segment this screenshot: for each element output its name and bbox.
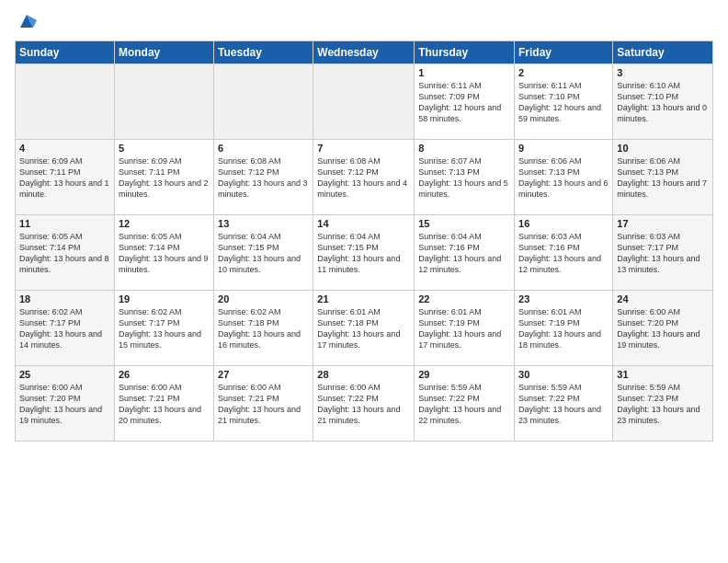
- day-number: 22: [418, 293, 510, 304]
- day-number: 10: [617, 143, 709, 154]
- calendar-day-header: Saturday: [613, 41, 713, 64]
- calendar-header-row: SundayMondayTuesdayWednesdayThursdayFrid…: [16, 41, 713, 64]
- day-info: Sunrise: 6:05 AM Sunset: 7:14 PM Dayligh…: [19, 231, 110, 276]
- header: [15, 11, 713, 31]
- calendar-cell: [16, 64, 115, 140]
- calendar-cell: 9Sunrise: 6:06 AM Sunset: 7:13 PM Daylig…: [515, 140, 613, 215]
- calendar-cell: 18Sunrise: 6:02 AM Sunset: 7:17 PM Dayli…: [16, 291, 115, 366]
- calendar-cell: 24Sunrise: 6:00 AM Sunset: 7:20 PM Dayli…: [613, 291, 713, 366]
- day-info: Sunrise: 6:01 AM Sunset: 7:18 PM Dayligh…: [317, 306, 410, 351]
- calendar-cell: 28Sunrise: 6:00 AM Sunset: 7:22 PM Dayli…: [313, 366, 415, 442]
- calendar-cell: [114, 64, 213, 140]
- day-number: 14: [317, 218, 410, 229]
- day-info: Sunrise: 6:08 AM Sunset: 7:12 PM Dayligh…: [317, 155, 410, 201]
- calendar-cell: 3Sunrise: 6:10 AM Sunset: 7:10 PM Daylig…: [613, 64, 713, 140]
- day-number: 17: [617, 218, 709, 229]
- logo-icon: [17, 11, 33, 31]
- day-info: Sunrise: 6:00 AM Sunset: 7:22 PM Dayligh…: [317, 382, 410, 427]
- day-number: 6: [218, 143, 309, 154]
- day-number: 16: [518, 218, 609, 229]
- day-info: Sunrise: 6:00 AM Sunset: 7:20 PM Dayligh…: [19, 382, 110, 427]
- calendar-day-header: Wednesday: [313, 41, 415, 64]
- day-info: Sunrise: 6:06 AM Sunset: 7:13 PM Dayligh…: [617, 155, 709, 201]
- day-number: 20: [218, 293, 309, 304]
- calendar-cell: 17Sunrise: 6:03 AM Sunset: 7:17 PM Dayli…: [613, 215, 713, 291]
- day-info: Sunrise: 5:59 AM Sunset: 7:22 PM Dayligh…: [418, 382, 510, 427]
- day-info: Sunrise: 6:02 AM Sunset: 7:18 PM Dayligh…: [218, 306, 309, 351]
- day-number: 21: [317, 293, 410, 304]
- calendar-day-header: Friday: [515, 41, 613, 64]
- day-number: 26: [119, 369, 210, 380]
- calendar-cell: 25Sunrise: 6:00 AM Sunset: 7:20 PM Dayli…: [16, 366, 115, 442]
- day-number: 29: [418, 369, 510, 380]
- day-number: 31: [617, 369, 709, 380]
- calendar-day-header: Tuesday: [214, 41, 313, 64]
- day-number: 13: [218, 218, 309, 229]
- day-info: Sunrise: 6:11 AM Sunset: 7:09 PM Dayligh…: [418, 80, 510, 125]
- day-number: 1: [418, 67, 510, 78]
- day-number: 15: [418, 218, 510, 229]
- day-number: 19: [119, 293, 210, 304]
- day-info: Sunrise: 6:09 AM Sunset: 7:11 PM Dayligh…: [19, 155, 110, 201]
- calendar-week-row: 11Sunrise: 6:05 AM Sunset: 7:14 PM Dayli…: [16, 215, 713, 291]
- day-number: 8: [418, 143, 510, 154]
- calendar-cell: 30Sunrise: 5:59 AM Sunset: 7:22 PM Dayli…: [515, 366, 613, 442]
- calendar-day-header: Sunday: [16, 41, 115, 64]
- page: SundayMondayTuesdayWednesdayThursdayFrid…: [0, 0, 728, 563]
- day-info: Sunrise: 6:00 AM Sunset: 7:20 PM Dayligh…: [617, 306, 709, 351]
- calendar-cell: 4Sunrise: 6:09 AM Sunset: 7:11 PM Daylig…: [16, 140, 115, 215]
- calendar-table: SundayMondayTuesdayWednesdayThursdayFrid…: [15, 40, 713, 442]
- calendar-cell: 29Sunrise: 5:59 AM Sunset: 7:22 PM Dayli…: [415, 366, 515, 442]
- day-info: Sunrise: 6:03 AM Sunset: 7:17 PM Dayligh…: [617, 231, 709, 276]
- calendar-cell: 10Sunrise: 6:06 AM Sunset: 7:13 PM Dayli…: [613, 140, 713, 215]
- day-number: 3: [617, 67, 709, 78]
- calendar-cell: 15Sunrise: 6:04 AM Sunset: 7:16 PM Dayli…: [415, 215, 515, 291]
- calendar-cell: 13Sunrise: 6:04 AM Sunset: 7:15 PM Dayli…: [214, 215, 313, 291]
- day-number: 5: [119, 143, 210, 154]
- day-info: Sunrise: 6:00 AM Sunset: 7:21 PM Dayligh…: [218, 382, 309, 427]
- calendar-week-row: 1Sunrise: 6:11 AM Sunset: 7:09 PM Daylig…: [16, 64, 713, 140]
- calendar-cell: 16Sunrise: 6:03 AM Sunset: 7:16 PM Dayli…: [515, 215, 613, 291]
- day-number: 28: [317, 369, 410, 380]
- day-number: 18: [19, 293, 110, 304]
- calendar-cell: 19Sunrise: 6:02 AM Sunset: 7:17 PM Dayli…: [114, 291, 213, 366]
- calendar-cell: 8Sunrise: 6:07 AM Sunset: 7:13 PM Daylig…: [415, 140, 515, 215]
- day-info: Sunrise: 6:08 AM Sunset: 7:12 PM Dayligh…: [218, 155, 309, 201]
- day-number: 7: [317, 143, 410, 154]
- day-info: Sunrise: 6:02 AM Sunset: 7:17 PM Dayligh…: [119, 306, 210, 351]
- calendar-cell: 20Sunrise: 6:02 AM Sunset: 7:18 PM Dayli…: [214, 291, 313, 366]
- day-info: Sunrise: 5:59 AM Sunset: 7:22 PM Dayligh…: [518, 382, 609, 427]
- day-number: 23: [518, 293, 609, 304]
- calendar-cell: 21Sunrise: 6:01 AM Sunset: 7:18 PM Dayli…: [313, 291, 415, 366]
- calendar-cell: 23Sunrise: 6:01 AM Sunset: 7:19 PM Dayli…: [515, 291, 613, 366]
- day-number: 25: [19, 369, 110, 380]
- day-info: Sunrise: 6:06 AM Sunset: 7:13 PM Dayligh…: [518, 155, 609, 201]
- calendar-day-header: Thursday: [415, 41, 515, 64]
- day-number: 30: [518, 369, 609, 380]
- calendar-cell: 12Sunrise: 6:05 AM Sunset: 7:14 PM Dayli…: [114, 215, 213, 291]
- day-info: Sunrise: 6:04 AM Sunset: 7:15 PM Dayligh…: [218, 231, 309, 276]
- day-info: Sunrise: 6:11 AM Sunset: 7:10 PM Dayligh…: [518, 80, 609, 125]
- day-number: 12: [119, 218, 210, 229]
- calendar-cell: 2Sunrise: 6:11 AM Sunset: 7:10 PM Daylig…: [515, 64, 613, 140]
- calendar-cell: 1Sunrise: 6:11 AM Sunset: 7:09 PM Daylig…: [415, 64, 515, 140]
- calendar-cell: [214, 64, 313, 140]
- calendar-cell: [313, 64, 415, 140]
- day-number: 9: [518, 143, 609, 154]
- calendar-cell: 27Sunrise: 6:00 AM Sunset: 7:21 PM Dayli…: [214, 366, 313, 442]
- calendar-week-row: 18Sunrise: 6:02 AM Sunset: 7:17 PM Dayli…: [16, 291, 713, 366]
- calendar-cell: 5Sunrise: 6:09 AM Sunset: 7:11 PM Daylig…: [114, 140, 213, 215]
- calendar-cell: 7Sunrise: 6:08 AM Sunset: 7:12 PM Daylig…: [313, 140, 415, 215]
- day-info: Sunrise: 6:03 AM Sunset: 7:16 PM Dayligh…: [518, 231, 609, 276]
- day-number: 2: [518, 67, 609, 78]
- calendar-week-row: 25Sunrise: 6:00 AM Sunset: 7:20 PM Dayli…: [16, 366, 713, 442]
- day-info: Sunrise: 6:07 AM Sunset: 7:13 PM Dayligh…: [418, 155, 510, 201]
- day-number: 11: [19, 218, 110, 229]
- day-info: Sunrise: 6:05 AM Sunset: 7:14 PM Dayligh…: [119, 231, 210, 276]
- day-number: 27: [218, 369, 309, 380]
- calendar-cell: 14Sunrise: 6:04 AM Sunset: 7:15 PM Dayli…: [313, 215, 415, 291]
- day-info: Sunrise: 6:02 AM Sunset: 7:17 PM Dayligh…: [19, 306, 110, 351]
- day-info: Sunrise: 6:01 AM Sunset: 7:19 PM Dayligh…: [418, 306, 510, 351]
- day-info: Sunrise: 6:10 AM Sunset: 7:10 PM Dayligh…: [617, 80, 709, 125]
- calendar-cell: 6Sunrise: 6:08 AM Sunset: 7:12 PM Daylig…: [214, 140, 313, 215]
